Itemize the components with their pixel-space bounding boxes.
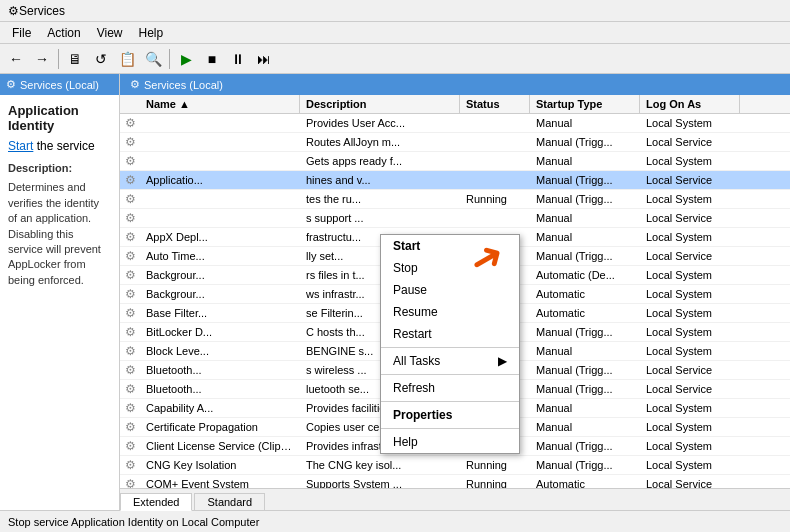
- ctx-pause[interactable]: Pause: [381, 279, 519, 301]
- service-icon: ⚙: [125, 154, 136, 168]
- row-name: [140, 197, 300, 201]
- menu-help[interactable]: Help: [131, 24, 172, 42]
- row-startup: Automatic (De...: [530, 267, 640, 283]
- row-icon: ⚙: [120, 418, 140, 436]
- column-name[interactable]: Name ▲: [140, 95, 300, 113]
- table-row[interactable]: ⚙ s support ... Manual Local Service: [120, 209, 790, 228]
- column-startup[interactable]: Startup Type: [530, 95, 640, 113]
- row-logon: Local System: [640, 438, 740, 454]
- ctx-stop[interactable]: Stop: [381, 257, 519, 279]
- row-name: CNG Key Isolation: [140, 457, 300, 473]
- table-row[interactable]: ⚙ COM+ Event System Supports System ... …: [120, 475, 790, 488]
- row-startup: Manual: [530, 115, 640, 131]
- row-description: The CNG key isol...: [300, 457, 460, 473]
- table-row[interactable]: ⚙ CNG Key Isolation The CNG key isol... …: [120, 456, 790, 475]
- context-menu: Start Stop Pause Resume Restart All Task…: [380, 234, 520, 454]
- table-row[interactable]: ⚙ Gets apps ready f... Manual Local Syst…: [120, 152, 790, 171]
- row-startup: Manual: [530, 400, 640, 416]
- stop-button[interactable]: ■: [200, 47, 224, 71]
- row-logon: Local System: [640, 343, 740, 359]
- back-button[interactable]: ←: [4, 47, 28, 71]
- forward-button[interactable]: →: [30, 47, 54, 71]
- row-name: BitLocker D...: [140, 324, 300, 340]
- table-row[interactable]: ⚙ tes the ru... Running Manual (Trigg...…: [120, 190, 790, 209]
- service-icon: ⚙: [125, 306, 136, 320]
- tab-extended[interactable]: Extended: [120, 493, 192, 511]
- column-logon[interactable]: Log On As: [640, 95, 740, 113]
- export-button[interactable]: 📋: [115, 47, 139, 71]
- resume-button[interactable]: ⏭: [252, 47, 276, 71]
- start-link[interactable]: Start: [8, 139, 33, 153]
- play-button[interactable]: ▶: [174, 47, 198, 71]
- ctx-resume[interactable]: Resume: [381, 301, 519, 323]
- row-logon: Local Service: [640, 362, 740, 378]
- row-icon: ⚙: [120, 228, 140, 246]
- row-startup: Manual (Trigg...: [530, 438, 640, 454]
- right-panel-title: Services (Local): [144, 79, 223, 91]
- pause-button[interactable]: ⏸: [226, 47, 250, 71]
- row-icon: ⚙: [120, 266, 140, 284]
- service-description: Description: Determines and verifies the…: [8, 161, 111, 288]
- row-icon: ⚙: [120, 361, 140, 379]
- row-name: Block Leve...: [140, 343, 300, 359]
- row-icon: ⚙: [120, 380, 140, 398]
- toolbar-separator-1: [58, 49, 59, 69]
- row-status: [460, 159, 530, 163]
- ctx-properties[interactable]: Properties: [381, 404, 519, 426]
- row-name: [140, 216, 300, 220]
- status-bar: Stop service Application Identity on Loc…: [0, 510, 790, 532]
- row-logon: Local System: [640, 400, 740, 416]
- description-text: Determines and verifies the identity of …: [8, 181, 101, 285]
- row-name: [140, 121, 300, 125]
- row-startup: Manual (Trigg...: [530, 381, 640, 397]
- column-description[interactable]: Description: [300, 95, 460, 113]
- row-name: Bluetooth...: [140, 362, 300, 378]
- row-startup: Manual: [530, 343, 640, 359]
- window-title: Services: [19, 4, 65, 18]
- row-startup: Manual: [530, 153, 640, 169]
- service-icon: ⚙: [125, 420, 136, 434]
- row-startup: Manual (Trigg...: [530, 191, 640, 207]
- row-logon: Local System: [640, 191, 740, 207]
- table-row[interactable]: ⚙ Provides User Acc... Manual Local Syst…: [120, 114, 790, 133]
- ctx-refresh[interactable]: Refresh: [381, 377, 519, 399]
- bottom-tabs: Extended Standard: [120, 488, 790, 510]
- menu-view[interactable]: View: [89, 24, 131, 42]
- row-description: Provides User Acc...: [300, 115, 460, 131]
- row-startup: Manual: [530, 419, 640, 435]
- ctx-help[interactable]: Help: [381, 431, 519, 453]
- column-status[interactable]: Status: [460, 95, 530, 113]
- row-status: [460, 178, 530, 182]
- service-icon: ⚙: [125, 173, 136, 187]
- table-row[interactable]: ⚙ Applicatio... hines and v... Manual (T…: [120, 171, 790, 190]
- ctx-all-tasks[interactable]: All Tasks ▶: [381, 350, 519, 372]
- table-row[interactable]: ⚙ Routes AllJoyn m... Manual (Trigg... L…: [120, 133, 790, 152]
- row-icon: ⚙: [120, 437, 140, 455]
- row-name: Backgrour...: [140, 286, 300, 302]
- row-description: Supports System ...: [300, 476, 460, 488]
- row-name: [140, 140, 300, 144]
- refresh-button[interactable]: ↺: [89, 47, 113, 71]
- ctx-start[interactable]: Start: [381, 235, 519, 257]
- menu-action[interactable]: Action: [39, 24, 88, 42]
- row-status: Running: [460, 191, 530, 207]
- row-logon: Local System: [640, 267, 740, 283]
- ctx-sep-4: [381, 428, 519, 429]
- row-icon: ⚙: [120, 456, 140, 474]
- table-header: Name ▲ Description Status Startup Type L…: [120, 95, 790, 114]
- toolbar: ← → 🖥 ↺ 📋 🔍 ▶ ■ ⏸ ⏭: [0, 44, 790, 74]
- menu-file[interactable]: File: [4, 24, 39, 42]
- tab-standard[interactable]: Standard: [194, 493, 265, 510]
- row-icon: ⚙: [120, 342, 140, 360]
- row-icon: ⚙: [120, 285, 140, 303]
- row-logon: Local Service: [640, 210, 740, 226]
- row-startup: Automatic: [530, 476, 640, 488]
- row-startup: Manual (Trigg...: [530, 134, 640, 150]
- computer-button[interactable]: 🖥: [63, 47, 87, 71]
- row-logon: Local Service: [640, 248, 740, 264]
- service-icon: ⚙: [125, 287, 136, 301]
- row-logon: Local Service: [640, 134, 740, 150]
- filter-button[interactable]: 🔍: [141, 47, 165, 71]
- ctx-restart[interactable]: Restart: [381, 323, 519, 345]
- toolbar-separator-2: [169, 49, 170, 69]
